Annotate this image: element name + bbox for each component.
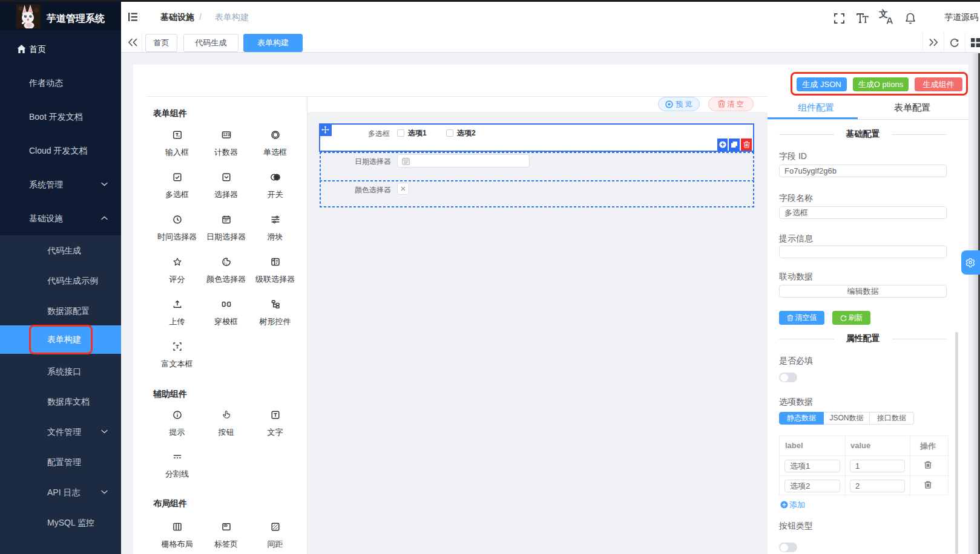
svg-text:TAB: TAB: [224, 524, 227, 527]
svg-text:123: 123: [223, 132, 230, 137]
